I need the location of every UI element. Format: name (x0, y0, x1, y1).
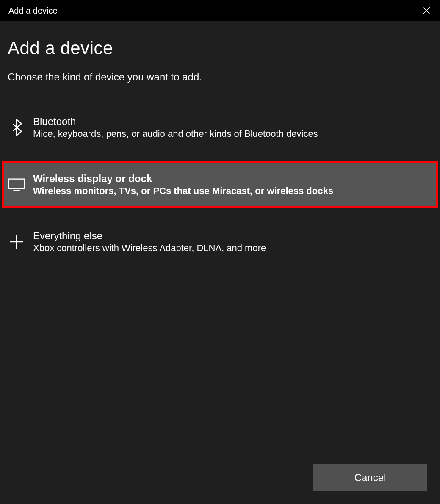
svg-rect-2 (8, 179, 25, 189)
option-wireless-display[interactable]: Wireless display or dock Wireless monito… (2, 161, 438, 208)
option-text: Bluetooth Mice, keyboards, pens, or audi… (33, 116, 318, 139)
footer: Cancel (313, 464, 427, 491)
option-title: Everything else (33, 230, 266, 242)
cancel-button[interactable]: Cancel (313, 464, 427, 491)
option-title: Bluetooth (33, 116, 318, 127)
device-options: Bluetooth Mice, keyboards, pens, or audi… (8, 106, 432, 263)
titlebar-title: Add a device (8, 6, 58, 16)
page-heading: Add a device (8, 38, 432, 58)
option-desc: Xbox controllers with Wireless Adapter, … (33, 243, 266, 254)
plus-icon (8, 231, 25, 252)
option-title: Wireless display or dock (33, 173, 333, 185)
page-subheading: Choose the kind of device you want to ad… (8, 71, 432, 83)
option-everything-else[interactable]: Everything else Xbox controllers with Wi… (0, 221, 440, 263)
titlebar: Add a device (0, 0, 440, 21)
close-button[interactable] (418, 2, 435, 19)
option-desc: Mice, keyboards, pens, or audio and othe… (33, 128, 318, 139)
option-bluetooth[interactable]: Bluetooth Mice, keyboards, pens, or audi… (0, 106, 440, 149)
bluetooth-icon (8, 117, 25, 138)
monitor-icon (8, 174, 25, 195)
option-text: Everything else Xbox controllers with Wi… (33, 230, 266, 254)
option-desc: Wireless monitors, TVs, or PCs that use … (33, 186, 333, 197)
close-icon (421, 6, 432, 16)
content: Add a device Choose the kind of device y… (0, 21, 440, 263)
option-text: Wireless display or dock Wireless monito… (33, 173, 333, 197)
